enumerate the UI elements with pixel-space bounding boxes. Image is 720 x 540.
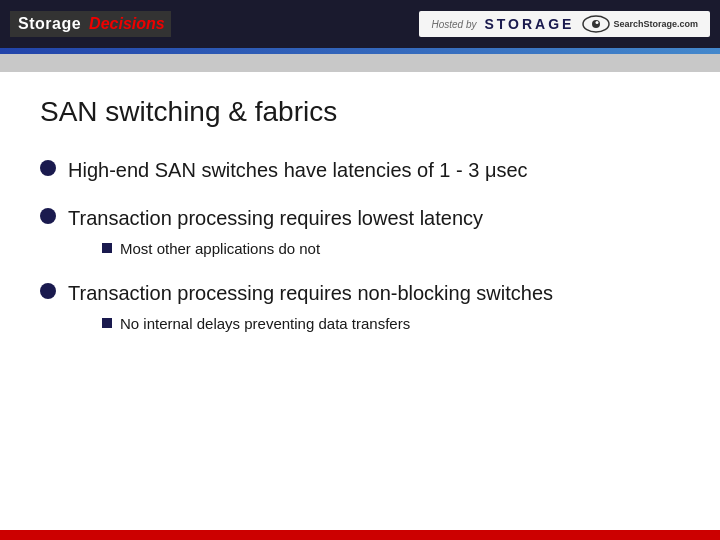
svg-point-1 xyxy=(592,20,600,28)
logo-decisions: Decisions xyxy=(89,11,171,37)
bullet-section-3: Transaction processing requires non-bloc… xyxy=(40,279,680,334)
bullet-main-2: Transaction processing requires lowest l… xyxy=(40,204,680,232)
sub-bullet-area-3: No internal delays preventing data trans… xyxy=(102,313,680,334)
header-bar: Storage Decisions Hosted by STORAGE Sear… xyxy=(0,0,720,48)
bullet-dot-1 xyxy=(40,160,56,176)
bullet-main-3: Transaction processing requires non-bloc… xyxy=(40,279,680,307)
sub-bullet-2-1: Most other applications do not xyxy=(102,238,680,259)
main-content: SAN switching & fabrics High-end SAN swi… xyxy=(0,72,720,374)
sub-bullet-3-1: No internal delays preventing data trans… xyxy=(102,313,680,334)
storage-brand-logo: STORAGE xyxy=(484,16,574,32)
sub-bullet-text-3-1: No internal delays preventing data trans… xyxy=(120,313,410,334)
eye-icon xyxy=(582,15,610,33)
hosted-by-area: Hosted by STORAGE SearchStorage.com xyxy=(419,11,710,37)
bullet-text-2: Transaction processing requires lowest l… xyxy=(68,204,483,232)
logo-area: Storage Decisions xyxy=(10,11,171,37)
sub-bullet-area-2: Most other applications do not xyxy=(102,238,680,259)
bullet-section-1: High-end SAN switches have latencies of … xyxy=(40,156,680,184)
hosted-by-label: Hosted by xyxy=(431,19,476,30)
bullet-text-3: Transaction processing requires non-bloc… xyxy=(68,279,553,307)
bullet-dot-2 xyxy=(40,208,56,224)
logo-storage: Storage xyxy=(10,11,89,37)
bottom-red-bar xyxy=(0,530,720,540)
bullet-dot-3 xyxy=(40,283,56,299)
sub-bullet-square-3-1 xyxy=(102,318,112,328)
gray-subbar xyxy=(0,54,720,72)
svg-point-2 xyxy=(596,21,599,24)
slide-title: SAN switching & fabrics xyxy=(40,96,680,128)
search-storage-text: SearchStorage.com xyxy=(613,19,698,29)
sub-bullet-square-2-1 xyxy=(102,243,112,253)
bullet-section-2: Transaction processing requires lowest l… xyxy=(40,204,680,259)
bullet-main-1: High-end SAN switches have latencies of … xyxy=(40,156,680,184)
bullet-text-1: High-end SAN switches have latencies of … xyxy=(68,156,528,184)
sub-bullet-text-2-1: Most other applications do not xyxy=(120,238,320,259)
search-storage-logo: SearchStorage.com xyxy=(582,15,698,33)
